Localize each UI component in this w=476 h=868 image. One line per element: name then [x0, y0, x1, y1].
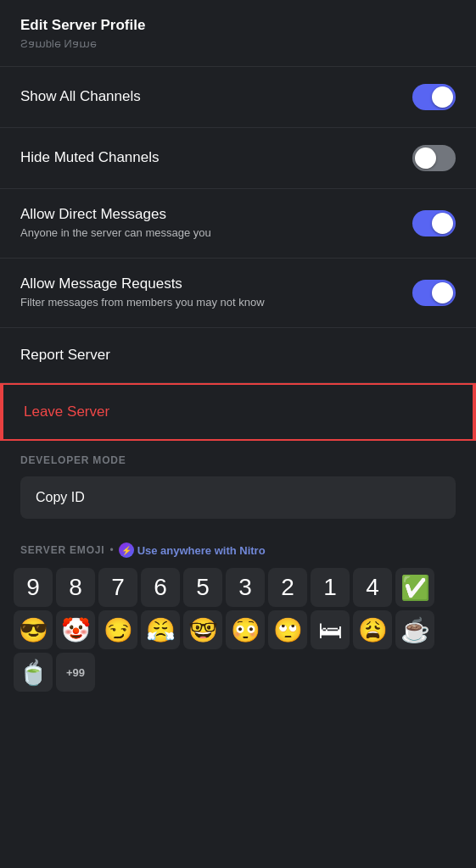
emoji-flushed[interactable]: 😳	[226, 610, 265, 649]
emoji-eyeroll[interactable]: 🙄	[268, 610, 307, 649]
edit-server-profile-section: Edit Server Profile ǝɯɐN ǝldɯɐS	[0, 0, 476, 67]
main-container: Edit Server Profile ǝɯɐN ǝldɯɐS Show All…	[0, 0, 476, 705]
copy-id-label: Copy ID	[36, 490, 440, 505]
emoji-check[interactable]: ✅	[395, 568, 434, 607]
allow-message-requests-toggle[interactable]	[412, 280, 456, 306]
settings-section: Show All Channels Hide Muted Channels	[0, 67, 476, 328]
emoji-4[interactable]: 4	[353, 568, 392, 607]
emoji-clown[interactable]: 🤡	[56, 610, 95, 649]
emoji-7[interactable]: 7	[98, 568, 137, 607]
nitro-icon: ⚡	[119, 542, 134, 558]
allow-message-requests-row: Allow Message Requests Filter messages f…	[0, 259, 476, 328]
emoji-bed[interactable]: 🛏	[311, 610, 350, 649]
hide-muted-channels-toggle[interactable]	[412, 145, 456, 171]
emoji-grid: 9 8 7 6 5 3 2 1 4 ✅ 😎 🤡 😏 😤 🤓 😳 🙄 🛏 😩 ☕ …	[0, 565, 476, 705]
emoji-weary[interactable]: 😩	[353, 610, 392, 649]
emoji-nerd[interactable]: 🤓	[183, 610, 222, 649]
show-all-channels-label: Show All Channels	[20, 88, 399, 105]
emoji-8[interactable]: 8	[56, 568, 95, 607]
emoji-3[interactable]: 3	[226, 568, 265, 607]
leave-server-row[interactable]: Leave Server	[0, 383, 476, 441]
show-all-channels-row: Show All Channels	[0, 67, 476, 128]
edit-server-profile-title: Edit Server Profile	[20, 17, 456, 34]
allow-message-requests-sublabel: Filter messages from members you may not…	[20, 295, 399, 310]
emoji-5[interactable]: 5	[183, 568, 222, 607]
nitro-link-label: Use anywhere with Nitro	[137, 544, 266, 557]
nitro-link[interactable]: ⚡ Use anywhere with Nitro	[119, 542, 266, 558]
server-emoji-title: SERVER EMOJI	[20, 544, 104, 556]
show-all-channels-toggle[interactable]	[412, 84, 456, 110]
leave-server-label: Leave Server	[24, 403, 452, 420]
emoji-sunglasses[interactable]: 😎	[14, 610, 53, 649]
emoji-9[interactable]: 9	[14, 568, 53, 607]
emoji-coffee1[interactable]: ☕	[395, 610, 434, 649]
copy-id-button[interactable]: Copy ID	[20, 476, 456, 519]
hide-muted-channels-row: Hide Muted Channels	[0, 128, 476, 189]
server-emoji-section-header: SERVER EMOJI • ⚡ Use anywhere with Nitro	[0, 532, 476, 565]
allow-direct-messages-toggle[interactable]	[412, 210, 456, 236]
emoji-6[interactable]: 6	[141, 568, 180, 607]
report-server-row[interactable]: Report Server	[0, 328, 476, 383]
emoji-coffee2[interactable]: 🍵	[14, 653, 53, 692]
allow-message-requests-label: Allow Message Requests	[20, 275, 399, 292]
emoji-1[interactable]: 1	[311, 568, 350, 607]
allow-direct-messages-label: Allow Direct Messages	[20, 206, 399, 223]
emoji-2[interactable]: 2	[268, 568, 307, 607]
edit-server-profile-subtitle: ǝɯɐN ǝldɯɐS	[20, 37, 97, 50]
emoji-more[interactable]: +99	[56, 653, 95, 692]
emoji-angry[interactable]: 😤	[141, 610, 180, 649]
developer-mode-header: DEVELOPER MODE	[0, 441, 476, 473]
emoji-smirk[interactable]: 😏	[98, 610, 137, 649]
allow-direct-messages-row: Allow Direct Messages Anyone in the serv…	[0, 189, 476, 259]
allow-direct-messages-sublabel: Anyone in the server can message you	[20, 225, 399, 241]
emoji-dot: •	[109, 544, 113, 556]
report-server-label: Report Server	[20, 347, 456, 364]
hide-muted-channels-label: Hide Muted Channels	[20, 149, 399, 166]
